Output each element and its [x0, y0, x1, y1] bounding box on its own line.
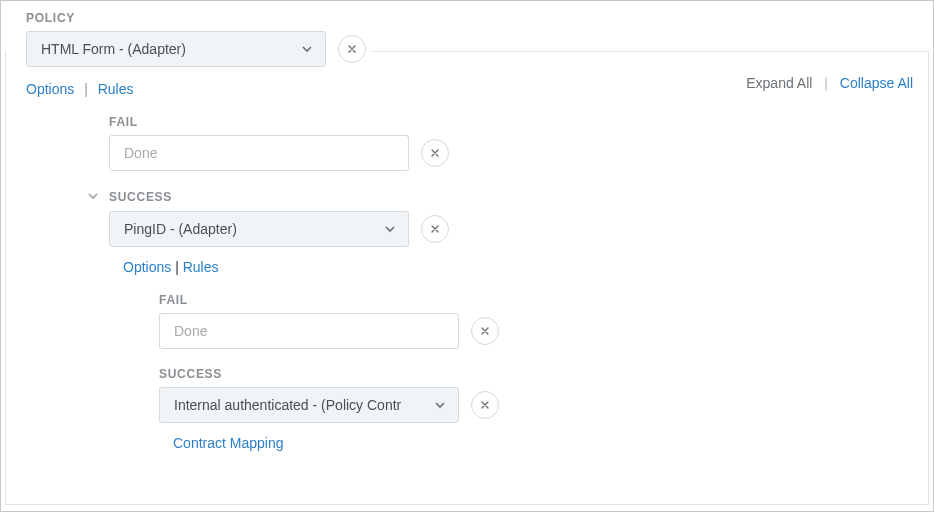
fail-label-2: FAIL [159, 293, 933, 307]
dropdown-value: PingID - (Adapter) [124, 221, 237, 237]
chevron-down-icon [87, 189, 99, 205]
contract-mapping-link[interactable]: Contract Mapping [173, 435, 284, 451]
fieldset-bottom-border [5, 504, 929, 505]
expand-all-link[interactable]: Expand All [746, 75, 812, 91]
dropdown-value: HTML Form - (Adapter) [41, 41, 186, 57]
success-label-2: SUCCESS [159, 367, 933, 381]
policy-root-adapter-dropdown[interactable]: HTML Form - (Adapter) [26, 31, 326, 67]
rules-link[interactable]: Rules [98, 81, 134, 97]
policy-panel: POLICY HTML Form - (Adapter) Expand All … [0, 0, 934, 512]
chevron-down-icon [384, 223, 396, 235]
fail-value-1: Done [124, 145, 157, 161]
close-icon [429, 147, 441, 159]
close-icon [479, 325, 491, 337]
fieldset-top-border [371, 51, 929, 52]
success-2-contract-dropdown[interactable]: Internal authenticated - (Policy Contr [159, 387, 459, 423]
close-icon [346, 43, 358, 55]
chevron-down-icon [301, 43, 313, 55]
fail-value-1-field[interactable]: Done [109, 135, 409, 171]
separator: | [78, 81, 94, 97]
fieldset-left-border [5, 51, 6, 505]
success-label-1: SUCCESS [109, 190, 172, 204]
close-icon [429, 223, 441, 235]
collapse-all-link[interactable]: Collapse All [840, 75, 913, 91]
rules-link-1[interactable]: Rules [183, 259, 219, 275]
remove-fail-1-button[interactable] [421, 139, 449, 167]
remove-success-1-button[interactable] [421, 215, 449, 243]
policy-header-label: POLICY [1, 1, 933, 31]
fail-label-1: FAIL [109, 115, 933, 129]
separator: | [175, 259, 179, 275]
fieldset-right-border [928, 51, 929, 505]
options-link-1[interactable]: Options [123, 259, 171, 275]
fail-value-2-field[interactable]: Done [159, 313, 459, 349]
success-1-adapter-dropdown[interactable]: PingID - (Adapter) [109, 211, 409, 247]
remove-root-button[interactable] [338, 35, 366, 63]
separator: | [816, 75, 836, 91]
fail-value-2: Done [174, 323, 207, 339]
expand-success-1-toggle[interactable] [85, 189, 101, 205]
remove-fail-2-button[interactable] [471, 317, 499, 345]
close-icon [479, 399, 491, 411]
dropdown-value: Internal authenticated - (Policy Contr [174, 397, 401, 413]
remove-success-2-button[interactable] [471, 391, 499, 419]
chevron-down-icon [434, 399, 446, 411]
options-link[interactable]: Options [26, 81, 74, 97]
